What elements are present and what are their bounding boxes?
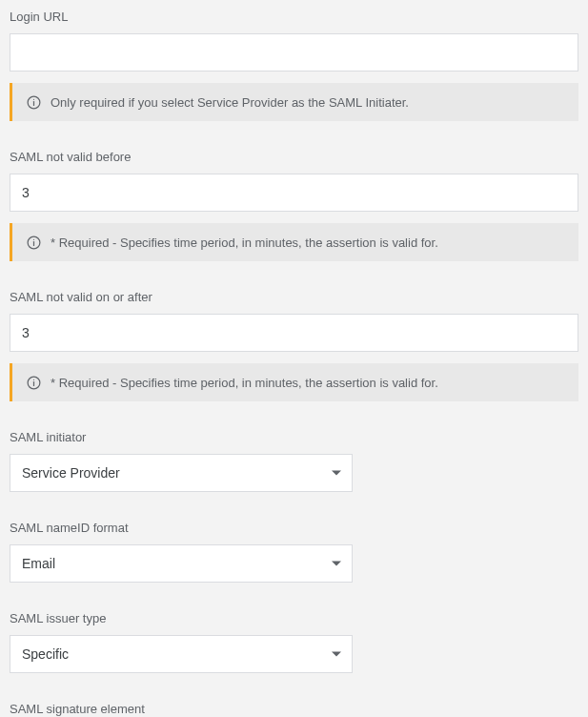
- login-url-input[interactable]: [10, 33, 578, 72]
- not-valid-before-group: SAML not valid before * Required - Speci…: [10, 150, 578, 261]
- issuer-type-select[interactable]: Specific: [10, 635, 353, 673]
- login-url-group: Login URL Only required if you select Se…: [10, 10, 578, 121]
- not-valid-before-input[interactable]: [10, 174, 578, 212]
- info-icon: [26, 375, 41, 390]
- svg-point-2: [32, 98, 33, 99]
- signature-element-label: SAML signature element: [10, 702, 578, 716]
- not-valid-before-label: SAML not valid before: [10, 150, 578, 164]
- issuer-type-label: SAML issuer type: [10, 611, 578, 625]
- login-url-hint-text: Only required if you select Service Prov…: [51, 95, 409, 110]
- svg-point-5: [32, 238, 33, 239]
- initiator-label: SAML initiator: [10, 430, 578, 444]
- info-icon: [26, 94, 41, 110]
- nameid-format-select[interactable]: Email: [10, 544, 353, 583]
- issuer-type-group: SAML issuer type Specific: [10, 611, 578, 673]
- nameid-format-label: SAML nameID format: [10, 521, 578, 535]
- nameid-format-group: SAML nameID format Email: [10, 521, 578, 583]
- not-valid-before-hint: * Required - Specifies time period, in m…: [10, 223, 578, 261]
- nameid-format-select-wrapper: Email: [10, 544, 353, 583]
- login-url-hint: Only required if you select Service Prov…: [10, 83, 578, 121]
- initiator-select[interactable]: Service Provider: [10, 454, 353, 492]
- not-valid-on-after-hint-text: * Required - Specifies time period, in m…: [51, 376, 438, 390]
- not-valid-on-after-label: SAML not valid on or after: [10, 290, 578, 304]
- svg-point-8: [32, 379, 33, 379]
- signature-element-group: SAML signature element Assertion: [10, 702, 578, 717]
- info-icon: [26, 235, 41, 250]
- not-valid-on-after-group: SAML not valid on or after * Required - …: [10, 290, 578, 401]
- not-valid-on-after-hint: * Required - Specifies time period, in m…: [10, 363, 578, 401]
- not-valid-before-hint-text: * Required - Specifies time period, in m…: [51, 236, 438, 250]
- initiator-select-wrapper: Service Provider: [10, 454, 353, 492]
- initiator-group: SAML initiator Service Provider: [10, 430, 578, 492]
- login-url-label: Login URL: [10, 10, 578, 24]
- issuer-type-select-wrapper: Specific: [10, 635, 353, 673]
- not-valid-on-after-input[interactable]: [10, 314, 578, 352]
